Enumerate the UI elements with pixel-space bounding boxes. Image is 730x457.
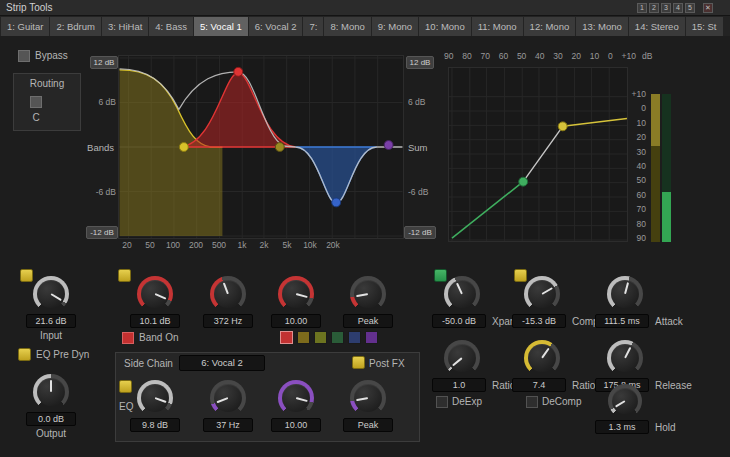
eq-pre-dyn-toggle[interactable]: [18, 348, 31, 361]
sc-gain-knob[interactable]: [137, 380, 173, 416]
band-select-purple[interactable]: [365, 331, 378, 344]
tab-5-vocal1[interactable]: 5: Vocal 1: [194, 17, 248, 36]
attack-value[interactable]: 111.5 ms: [595, 314, 649, 328]
band-select-olive[interactable]: [314, 331, 327, 344]
dyn-tick-0: 0: [608, 51, 613, 61]
comp-ratio-knob[interactable]: [524, 340, 560, 376]
hold-value[interactable]: 1.3 ms: [595, 420, 649, 434]
release-label: Release: [655, 380, 692, 391]
sc-type-value[interactable]: Peak: [343, 418, 393, 432]
comp-ratio-value[interactable]: 7.4: [512, 378, 566, 392]
tab-3-hihat[interactable]: 3: HiHat: [102, 17, 148, 36]
sc-eq-enable-led[interactable]: [119, 380, 132, 393]
xpand-enable-led[interactable]: [434, 269, 447, 282]
xpand-threshold-knob[interactable]: [444, 276, 480, 312]
window-title: Strip Tools: [6, 2, 53, 13]
output-gain-value[interactable]: 0.0 dB: [26, 412, 76, 426]
post-fx-toggle[interactable]: [352, 356, 365, 369]
sc-freq-knob[interactable]: [210, 380, 246, 416]
sc-type-knob[interactable]: [350, 380, 386, 416]
deexp-checkbox[interactable]: [436, 396, 448, 408]
tab-1-guitar[interactable]: 1: Guitar: [1, 17, 49, 36]
band-gain-knob[interactable]: [137, 276, 173, 312]
eq-range-top-left-badge[interactable]: 12 dB: [90, 56, 118, 69]
band-select-red[interactable]: [280, 331, 293, 344]
tab-8-mono[interactable]: 8: Mono: [324, 17, 370, 36]
side-chain-source-dropdown[interactable]: 6: Vocal 2: [179, 355, 265, 371]
attack-knob[interactable]: [607, 276, 643, 312]
dynamics-graph[interactable]: [448, 67, 628, 242]
tab-13-mono[interactable]: 13: Mono: [576, 17, 628, 36]
eq-range-top-right-badge[interactable]: 12 dB: [406, 56, 434, 69]
sc-gain-value[interactable]: 9.8 dB: [130, 418, 180, 432]
band-freq-knob[interactable]: [210, 276, 246, 312]
tab-15-stereo[interactable]: 15: St: [686, 17, 723, 36]
input-gain-knob[interactable]: [33, 276, 69, 312]
sc-q-knob[interactable]: [278, 380, 314, 416]
comp-enable-led[interactable]: [514, 269, 527, 282]
dyn-compressor-threshold-handle[interactable]: [558, 122, 567, 131]
band-gain-value[interactable]: 10.1 dB: [130, 314, 180, 328]
eq-band-handle-yellow[interactable]: [179, 143, 188, 152]
xpand-threshold-value[interactable]: -50.0 dB: [432, 314, 486, 328]
eq-bands-label: Bands: [80, 142, 114, 153]
xpand-ratio-knob[interactable]: [444, 340, 480, 376]
eq-xtick-2k: 2k: [252, 240, 276, 250]
input-gain-value[interactable]: 21.6 dB: [26, 314, 76, 328]
eq-band-handle-olive[interactable]: [275, 143, 284, 152]
bypass-checkbox[interactable]: [18, 50, 30, 62]
band-type-value[interactable]: Peak: [343, 314, 393, 328]
dyn-tick-60: 60: [499, 51, 508, 61]
band-on-checkbox[interactable]: [122, 332, 134, 344]
routing-button[interactable]: [30, 96, 42, 108]
eq-xtick-5k: 5k: [275, 240, 299, 250]
tab-4-bass[interactable]: 4: Bass: [149, 17, 193, 36]
sc-freq-value[interactable]: 37 Hz: [203, 418, 253, 432]
tab-9-mono[interactable]: 9: Mono: [372, 17, 418, 36]
layout-preset-2-button[interactable]: 2: [649, 3, 659, 13]
output-gain-knob[interactable]: [33, 374, 69, 410]
band-q-value[interactable]: 10.00: [271, 314, 321, 328]
dyn-rtick-40: 40: [626, 161, 646, 171]
eq-band-handle-purple[interactable]: [384, 141, 393, 150]
dyn-tick-10: 10: [590, 51, 599, 61]
band-enable-led[interactable]: [118, 269, 131, 282]
band-q-knob[interactable]: [278, 276, 314, 312]
comp-threshold-knob[interactable]: [524, 276, 560, 312]
band-type-knob[interactable]: [350, 276, 386, 312]
band-freq-value[interactable]: 372 Hz: [203, 314, 253, 328]
hold-knob[interactable]: [608, 384, 642, 418]
decomp-label: DeComp: [542, 396, 581, 407]
tab-11-mono[interactable]: 11: Mono: [472, 17, 523, 36]
tab-10-mono[interactable]: 10: Mono: [419, 17, 471, 36]
eq-band-handle-blue[interactable]: [332, 198, 341, 207]
xpand-ratio-value[interactable]: 1.0: [432, 378, 486, 392]
band-select-green[interactable]: [331, 331, 344, 344]
band-select-yellow[interactable]: [297, 331, 310, 344]
sc-q-value[interactable]: 10.00: [271, 418, 321, 432]
eq-graph[interactable]: [118, 55, 404, 239]
eq-xtick-200: 200: [184, 240, 208, 250]
tab-12-mono[interactable]: 12: Mono: [524, 17, 576, 36]
side-chain-title: Side Chain: [124, 358, 173, 369]
layout-preset-5-button[interactable]: 5: [685, 3, 695, 13]
layout-preset-1-button[interactable]: 1: [637, 3, 647, 13]
tab-7[interactable]: 7:: [303, 17, 323, 36]
band-select-blue[interactable]: [348, 331, 361, 344]
eq-range-bottom-left-badge[interactable]: -12 dB: [86, 226, 118, 239]
eq-range-bottom-right-badge[interactable]: -12 dB: [404, 226, 436, 239]
gain-reduction-meter-lit: [651, 94, 660, 146]
layout-preset-3-button[interactable]: 3: [661, 3, 671, 13]
tab-14-stereo[interactable]: 14: Stereo: [629, 17, 685, 36]
dyn-expander-threshold-handle[interactable]: [519, 177, 528, 186]
routing-panel: Routing C: [13, 73, 81, 131]
close-icon[interactable]: ✕: [703, 3, 713, 13]
input-led[interactable]: [20, 269, 33, 282]
eq-band-handle-red[interactable]: [234, 67, 243, 76]
tab-2-bdrum[interactable]: 2: Bdrum: [50, 17, 101, 36]
release-knob[interactable]: [607, 340, 643, 376]
decomp-checkbox[interactable]: [526, 396, 538, 408]
comp-threshold-value[interactable]: -15.3 dB: [512, 314, 566, 328]
tab-6-vocal2[interactable]: 6: Vocal 2: [249, 17, 303, 36]
layout-preset-4-button[interactable]: 4: [673, 3, 683, 13]
